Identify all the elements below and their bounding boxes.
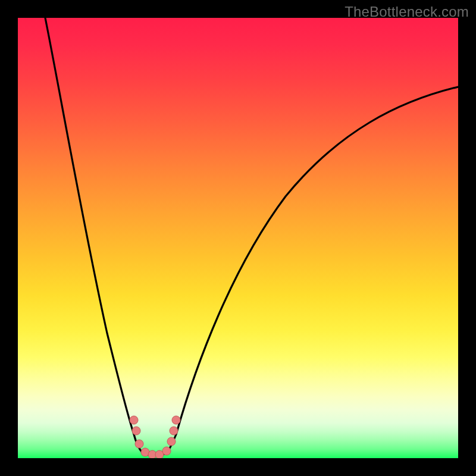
curve-left [45,18,143,453]
curve-right [167,87,458,453]
chart-canvas: TheBottleneck.com [0,0,476,476]
marker-dot [172,416,180,424]
marker-dot [135,440,143,448]
curve-layer [18,18,458,458]
marker-dot [167,437,176,446]
marker-dot [132,427,140,435]
marker-dot [170,427,178,435]
marker-dot [130,416,138,424]
plot-area [18,18,458,458]
marker-dot [162,447,171,455]
watermark-text: TheBottleneck.com [345,4,469,20]
